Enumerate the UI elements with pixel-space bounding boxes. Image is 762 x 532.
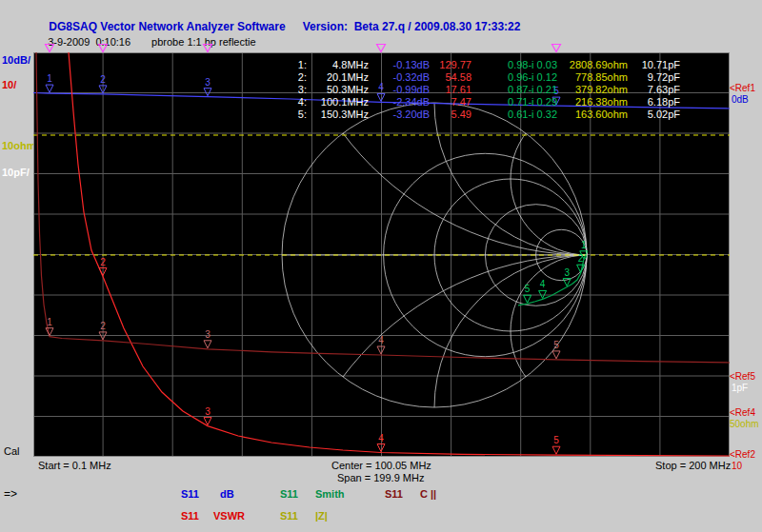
marker-table-cell-c: 10.71pF bbox=[628, 59, 680, 71]
marker-vswr-number: 3 bbox=[205, 406, 211, 417]
marker-table-cell-z: 216.38ohm bbox=[557, 96, 628, 108]
legend-vswr-label[interactable]: VSWR bbox=[213, 510, 245, 522]
start-freq-label: Start = 0.1 MHz bbox=[38, 460, 111, 471]
marker-table-cell-db: -0.99dB bbox=[369, 84, 430, 96]
ref1-value: 0dB bbox=[732, 94, 749, 105]
frequency-marker-triangle[interactable] bbox=[552, 45, 561, 52]
marker-table-cell-freq: 4.8MHz bbox=[307, 59, 369, 71]
cal-status-label: Cal bbox=[4, 445, 20, 457]
marker-table-cell-smith: 0.98-i 0.03 bbox=[471, 59, 557, 71]
ref2-label: <Ref2 bbox=[730, 449, 755, 460]
frequency-marker-triangle[interactable] bbox=[99, 45, 108, 52]
marker-c-number: 3 bbox=[205, 329, 211, 340]
marker-table-cell-z: 163.60ohm bbox=[557, 108, 628, 121]
prompt-label: => bbox=[4, 487, 17, 501]
marker-db-number: 2 bbox=[100, 74, 106, 85]
marker-table-cell-c: 5.02pF bbox=[628, 108, 680, 121]
marker-table-cell-freq: 100.1MHz bbox=[307, 96, 369, 108]
legend-vswr-s11[interactable]: S11 bbox=[181, 510, 199, 522]
ref5-value: 1pF bbox=[732, 383, 748, 393]
marker-table-cell-vswr: 5.49 bbox=[430, 108, 471, 121]
marker-table-cell-z: 379.82ohm bbox=[557, 84, 628, 96]
marker-c-number: 4 bbox=[378, 335, 384, 345]
marker-table-cell-num: 4: bbox=[269, 96, 307, 108]
ref5-label: <Ref5 bbox=[730, 371, 755, 382]
marker-table-cell-num: 3: bbox=[269, 84, 307, 96]
marker-table-cell-db: -0.32dB bbox=[369, 71, 430, 84]
marker-table-cell-vswr: 129.77 bbox=[430, 59, 471, 71]
marker-table-cell-num: 2: bbox=[269, 71, 307, 84]
marker-table-cell-smith: 0.61-i 0.32 bbox=[471, 108, 557, 121]
ref4-label: <Ref4 bbox=[730, 407, 755, 418]
marker-db-number: 3 bbox=[205, 77, 211, 88]
legend-z-s11[interactable]: S11 bbox=[280, 510, 298, 522]
frequency-marker-triangle[interactable] bbox=[377, 45, 386, 52]
marker-table-cell-c: 7.63pF bbox=[628, 84, 680, 96]
marker-table-cell-smith: 0.96-i 0.12 bbox=[471, 71, 557, 84]
marker-table-cell-num: 5: bbox=[269, 108, 307, 121]
span-freq-label: Span = 199.9 MHz bbox=[337, 472, 424, 483]
marker-table-cell-smith: 0.87-i 0.21 bbox=[471, 84, 557, 96]
marker-c-number: 5 bbox=[553, 340, 559, 350]
marker-table-cell-db: -3.20dB bbox=[369, 108, 430, 121]
marker-table-cell-freq: 20.1MHz bbox=[307, 71, 369, 84]
marker-table-cell-z: 2808.69ohm bbox=[557, 59, 628, 71]
frequency-marker-triangle[interactable] bbox=[46, 45, 54, 52]
frequency-marker-triangle[interactable] bbox=[204, 45, 212, 52]
legend-smith-label[interactable]: Smith bbox=[315, 488, 345, 500]
legend-z-label[interactable]: |Z| bbox=[315, 510, 328, 522]
marker-smith-number: 1 bbox=[581, 240, 587, 250]
marker-table-cell-vswr: 17.61 bbox=[430, 84, 471, 96]
marker-table: 1:4.8MHz-0.13dB129.770.98-i 0.032808.69o… bbox=[269, 59, 680, 121]
legend-smith-s11[interactable]: S11 bbox=[280, 488, 298, 500]
center-freq-label: Center = 100.05 MHz bbox=[331, 460, 431, 471]
marker-table-cell-smith: 0.71-i 0.29 bbox=[471, 96, 557, 108]
legend-db-label[interactable]: dB bbox=[220, 488, 234, 500]
legend-db-s11[interactable]: S11 bbox=[181, 488, 199, 500]
scale-pf-label: 10pF/ bbox=[2, 167, 30, 178]
marker-table-cell-freq: 50.3MHz bbox=[307, 84, 369, 96]
marker-table-cell-c: 6.18pF bbox=[628, 96, 680, 108]
marker-table-cell-z: 778.85ohm bbox=[557, 71, 628, 84]
marker-vswr-number: 4 bbox=[378, 433, 384, 443]
marker-table-cell-db: -0.13dB bbox=[369, 59, 430, 71]
legend-c-s11[interactable]: S11 bbox=[385, 488, 403, 500]
marker-table-cell-freq: 150.3MHz bbox=[307, 108, 369, 121]
marker-smith-number: 2 bbox=[578, 253, 584, 264]
marker-smith-number: 3 bbox=[564, 267, 570, 278]
version-text: Version: Beta 27.q / 2009.08.30 17:33:22 bbox=[303, 20, 521, 33]
marker-smith-number: 5 bbox=[525, 284, 531, 294]
scale-vswr-label: 10/ bbox=[2, 79, 16, 90]
marker-table-cell-vswr: 7.47 bbox=[430, 96, 471, 108]
marker-vswr-number: 5 bbox=[553, 435, 559, 445]
marker-db-number: 1 bbox=[47, 73, 52, 84]
legend-c-label[interactable]: C || bbox=[420, 488, 436, 500]
marker-table-cell-db: -2.34dB bbox=[369, 96, 430, 108]
marker-table-cell-vswr: 54.58 bbox=[430, 71, 471, 84]
ref4-value: 50ohm bbox=[730, 419, 759, 429]
marker-smith-number: 4 bbox=[540, 279, 546, 289]
scale-db-label: 10dB/ bbox=[2, 54, 30, 66]
vnwa-window: DG8SAQ Vector Network Analyzer SoftwareV… bbox=[0, 0, 762, 532]
ref2-value: 10 bbox=[732, 461, 742, 471]
marker-table-cell-c: 9.72pF bbox=[628, 71, 680, 84]
marker-vswr-number: 2 bbox=[100, 257, 106, 267]
marker-c-number: 1 bbox=[47, 317, 52, 327]
marker-table-cell-num: 1: bbox=[269, 59, 307, 71]
stop-freq-label: Stop = 200 MHz bbox=[655, 460, 731, 471]
marker-c-number: 2 bbox=[100, 321, 106, 331]
ref1-label: <Ref1 bbox=[730, 83, 755, 93]
